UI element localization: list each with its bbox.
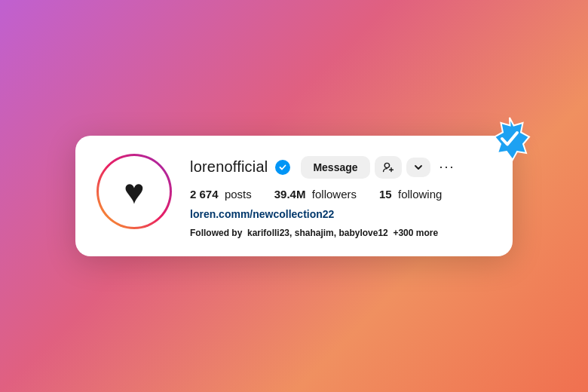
big-verified-badge	[485, 115, 534, 163]
followed-by-text: Followed by	[190, 228, 242, 238]
profile-link[interactable]: loren.comm/newcollection22	[190, 208, 492, 220]
more-options-button[interactable]: ···	[435, 154, 460, 180]
username: lorenofficial	[190, 158, 268, 176]
avatar-inner: ♥	[99, 156, 170, 227]
followed-by-users: karifolli23, shahajim, babylove12	[247, 228, 388, 238]
avatar-heart-icon: ♥	[124, 174, 144, 209]
profile-info: lorenofficial Message	[190, 154, 492, 238]
followed-by-more: +300 more	[393, 228, 438, 238]
followers-label: followers	[312, 188, 357, 201]
header-buttons: Message ···	[301, 154, 459, 180]
posts-label: posts	[225, 188, 252, 201]
message-button[interactable]: Message	[301, 156, 369, 179]
following-count: 15	[379, 188, 392, 201]
following-label: following	[398, 188, 442, 201]
verified-badge-small	[275, 160, 290, 175]
followed-by: Followed by karifolli23, shahajim, babyl…	[190, 228, 492, 238]
stats-row: 2 674 posts 39.4M followers 15 following	[190, 188, 492, 201]
dropdown-button[interactable]	[406, 158, 430, 177]
profile-card-wrapper: ♥ lorenofficial Message	[75, 136, 513, 256]
follow-button[interactable]	[375, 156, 402, 179]
avatar[interactable]: ♥	[96, 154, 172, 229]
profile-card: ♥ lorenofficial Message	[75, 136, 513, 256]
posts-count: 2 674	[190, 188, 219, 201]
followers-count: 39.4M	[274, 188, 306, 201]
followers-stat: 39.4M followers	[274, 188, 357, 201]
posts-stat: 2 674 posts	[190, 188, 252, 201]
following-stat: 15 following	[379, 188, 442, 201]
add-person-icon	[382, 161, 394, 173]
svg-point-0	[384, 163, 389, 167]
chevron-down-icon	[414, 163, 423, 172]
profile-header: lorenofficial Message	[190, 154, 492, 180]
